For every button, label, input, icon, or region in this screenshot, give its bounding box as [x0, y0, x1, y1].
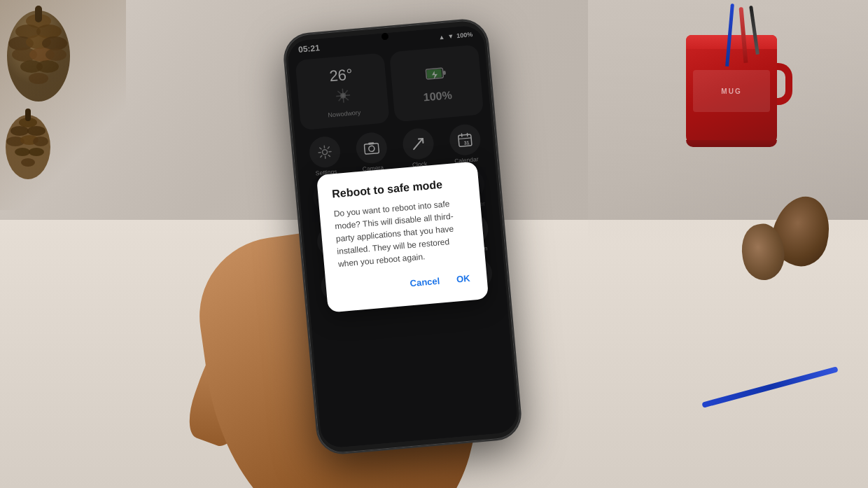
dialog-title: Reboot to safe mode — [332, 176, 465, 200]
dialog-buttons: Cancel OK — [340, 270, 473, 297]
red-mug: MUG — [686, 35, 777, 147]
background: MUG 05:21 ▲ ▼ 100% — [0, 0, 868, 488]
dialog-body: Do you want to reboot into safe mode? Th… — [333, 195, 471, 270]
cancel-button[interactable]: Cancel — [407, 272, 443, 291]
phone-device: 05:21 ▲ ▼ 100% 26° — [283, 19, 522, 455]
phone-screen: 05:21 ▲ ▼ 100% 26° — [286, 25, 519, 449]
bg-wood-panel — [0, 0, 126, 210]
ok-button[interactable]: OK — [453, 270, 473, 287]
dialog-overlay: Reboot to safe mode Do you want to reboo… — [286, 25, 519, 449]
safe-mode-dialog: Reboot to safe mode Do you want to reboo… — [316, 161, 489, 312]
